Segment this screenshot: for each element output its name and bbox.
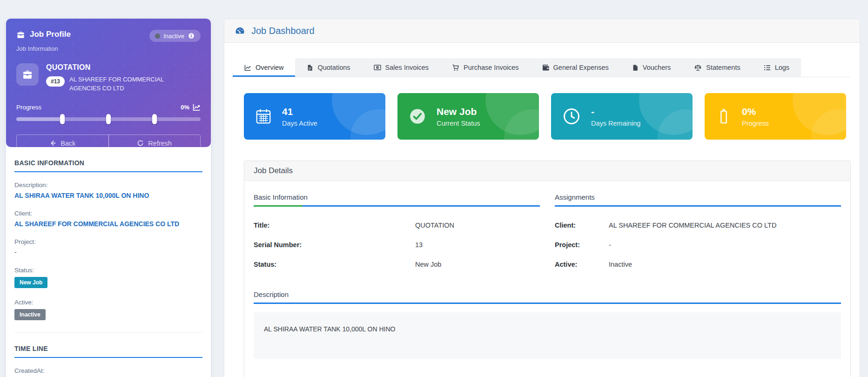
check-circle-icon [409,108,426,125]
tab-label: Overview [256,64,283,71]
voucher-icon [632,64,639,71]
balance-scale-icon [694,64,702,71]
stat-value: - [591,106,640,118]
client-link[interactable]: AL SHAREEF FOR COMMERCIAL AGENCIES CO LT… [14,220,202,228]
progress-slider-handle[interactable] [60,114,65,124]
job-dashboard-panel: Job Dashboard Overview Quotations [224,19,860,377]
field-label: Client: [14,210,202,217]
field-label: Status: [14,267,202,274]
stat-value: 41 [282,106,317,118]
detail-value: QUOTATION [415,222,454,229]
back-button[interactable]: Back [16,135,109,152]
basic-information-section: Basic Information Title: QUOTATION Seria… [254,193,540,280]
tab-vouchers[interactable]: Vouchers [620,58,682,77]
status-pill-label: Inactive [163,33,184,40]
field-label: CreatedAt: [14,367,202,374]
profile-subtitle: Job Information [16,45,201,52]
profile-title: Job Profile [30,30,71,39]
project-value: - [14,249,202,256]
description-link[interactable]: AL SHIRAA WATER TANK 10,000L ON HINO [14,192,202,199]
tab-label: Statements [706,64,740,71]
detail-label: Serial Number: [254,241,415,249]
timeline-heading: TIME LINE [14,345,202,358]
client-field: Client: AL SHAREEF FOR COMMERCIAL AGENCI… [14,210,202,228]
detail-label: Status: [254,261,415,268]
detail-label: Active: [555,261,609,268]
description-section: Description AL SHIRAA WATER TANK 10,000L… [254,290,841,359]
stat-label: Days Active [282,120,317,127]
tab-sales-invoices[interactable]: Sales Invoices [362,58,441,77]
tab-label: Vouchers [643,64,671,71]
progress-slider[interactable] [16,114,201,124]
back-button-label: Back [61,140,75,147]
profile-header: Job Profile [16,30,71,39]
detail-label: Title: [254,222,415,229]
battery-icon [716,107,732,126]
active-badge: Inactive [14,309,46,320]
info-icon[interactable] [188,32,195,40]
status-field: Status: New Job [14,267,202,288]
detail-value: AL SHAREEF FOR COMMERCIAL AGENCIES CO LT… [609,222,776,229]
tab-logs[interactable]: Logs [752,58,801,77]
job-client-name: AL SHAREEF FOR COMMERCIAL AGENCIES CO LT… [69,75,194,93]
serial-number-pill: #13 [46,76,65,87]
wallet-icon [542,64,549,71]
detail-label: Client: [555,222,609,229]
stat-label: Current Status [437,120,480,127]
tab-overview[interactable]: Overview [233,58,295,77]
shopping-cart-icon [452,64,459,71]
assignments-section: Assignments Client: AL SHAREEF FOR COMME… [555,193,841,280]
detail-row: Client: AL SHAREEF FOR COMMERCIAL AGENCI… [555,222,841,229]
stat-value: New Job [437,106,480,118]
tab-label: Sales Invoices [385,64,429,71]
dashboard-header: Job Dashboard [224,19,860,43]
job-details-card: Job Details Basic Information Title: QUO… [244,161,851,377]
tab-label: General Expenses [553,64,609,71]
detail-row: Project: - [555,241,841,249]
stat-value: 0% [742,106,769,118]
description-field: Description: AL SHIRAA WATER TANK 10,000… [14,182,202,199]
job-details-heading: Job Details [244,161,850,181]
stat-days-active: 41 Days Active [244,93,385,140]
detail-row: Serial Number: 13 [254,241,540,249]
section-title: Assignments [555,193,841,205]
detail-value: 13 [415,241,423,249]
job-profile-card: Job Profile Inactive Job Information QUO… [6,19,211,147]
refresh-button[interactable]: Refresh [108,135,201,152]
briefcase-icon [16,63,39,86]
tab-purchase-invoices[interactable]: Purchase Invoices [440,58,530,77]
job-title: QUOTATION [46,63,194,72]
detail-row: Status: New Job [254,261,540,268]
tab-statements[interactable]: Statements [682,58,752,77]
progress-slider-handle[interactable] [152,114,157,124]
divider [14,332,202,333]
tab-label: Logs [775,64,789,71]
status-dot-icon [155,34,160,39]
stat-days-remaining: - Days Remaining [551,93,693,140]
detail-row: Title: QUOTATION [254,222,540,229]
tab-general-expenses[interactable]: General Expenses [531,58,620,77]
job-profile-sidebar: Job Profile Inactive Job Information QUO… [6,19,211,377]
field-label: Description: [14,182,202,188]
calendar-icon [255,108,272,125]
section-underline [254,303,841,304]
tab-label: Purchase Invoices [464,64,518,71]
chart-line-icon [244,64,251,71]
progress-label: Progress [16,104,41,111]
refresh-button-label: Refresh [148,140,172,147]
detail-label: Project: [555,241,609,249]
detail-value: New Job [415,261,441,268]
money-bill-icon [374,64,381,71]
tachometer-icon [235,26,245,36]
progress-slider-handle[interactable] [106,114,111,124]
chart-line-icon[interactable] [193,103,201,111]
briefcase-icon [16,30,25,39]
detail-value: Inactive [609,261,632,268]
list-icon [764,65,771,71]
refresh-icon [137,140,144,147]
section-title: Description [254,290,841,303]
detail-value: - [609,241,611,249]
tab-quotations[interactable]: Quotations [295,58,362,77]
stat-label: Days Remaining [591,120,640,127]
created-at-field: CreatedAt: 3/16/2026 [14,367,202,377]
